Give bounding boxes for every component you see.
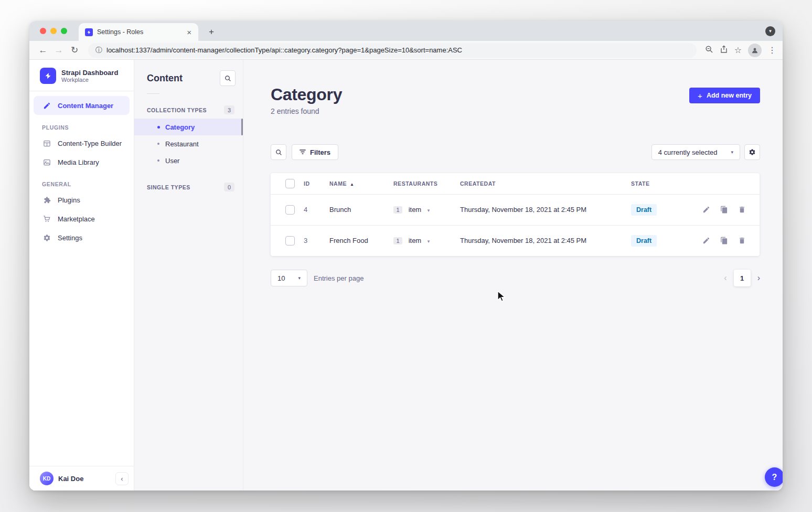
relation-count-badge: 1 <box>393 206 402 214</box>
subnav-item-user[interactable]: User <box>134 152 243 169</box>
sidebar-item-media-library[interactable]: Media Library <box>34 153 130 172</box>
caret-down-icon[interactable]: ▾ <box>428 208 430 213</box>
subnav-search-button[interactable] <box>220 70 236 86</box>
pen-icon <box>42 102 51 110</box>
zoom-window-button[interactable] <box>61 28 67 34</box>
sidebar-item-content-type-builder[interactable]: Content-Type Builder <box>34 134 130 153</box>
tab-close-icon[interactable]: × <box>185 28 193 37</box>
sidebar-item-plugins[interactable]: Plugins <box>34 190 130 209</box>
close-window-button[interactable] <box>40 28 46 34</box>
cell-createdat: Thursday, November 18, 2021 at 2:45 PM <box>460 194 631 225</box>
sidebar-item-settings[interactable]: Settings <box>34 228 130 247</box>
browser-tab[interactable]: Settings - Roles × <box>79 23 198 41</box>
next-page-icon[interactable]: › <box>757 273 760 283</box>
avatar: KD <box>40 472 54 485</box>
edit-icon[interactable] <box>702 237 710 244</box>
cell-restaurants[interactable]: 1 item ▾ <box>393 225 460 256</box>
cell-name: French Food <box>329 225 393 256</box>
table-row[interactable]: 3 French Food 1 item ▾ Thursday, Novembe… <box>271 225 760 256</box>
column-header-createdat[interactable]: CREATEDAT <box>460 173 631 194</box>
table-row[interactable]: 4 Brunch 1 item ▾ Thursday, November 18,… <box>271 194 760 225</box>
pagination-bar: 10 ▾ Entries per page ‹ 1 › <box>271 270 760 286</box>
entries-per-page-label: Entries per page <box>314 274 364 282</box>
divider <box>29 91 134 91</box>
pager: ‹ 1 › <box>724 270 760 286</box>
browser-avatar-icon[interactable] <box>748 44 762 57</box>
traffic-lights <box>40 28 67 34</box>
page-title: Category <box>271 85 342 104</box>
subnav-item-category[interactable]: Category <box>134 119 243 135</box>
sidebar-item-label: Settings <box>58 234 82 242</box>
sidebar-item-label: Plugins <box>58 196 80 204</box>
filters-button[interactable]: Filters <box>292 144 338 160</box>
caret-down-icon[interactable]: ▾ <box>428 239 430 244</box>
cell-id: 3 <box>304 225 329 256</box>
site-info-icon[interactable]: ⓘ <box>95 46 102 55</box>
entries-found-text: 2 entries found <box>271 107 319 115</box>
minimize-window-button[interactable] <box>50 28 57 34</box>
user-row: KD Kai Doe ‹ <box>29 466 134 490</box>
new-tab-button[interactable]: + <box>206 27 217 37</box>
single-types-label: SINGLE TYPES <box>147 184 190 190</box>
strapi-favicon-icon <box>85 28 93 36</box>
bookmark-star-icon[interactable]: ☆ <box>734 45 742 55</box>
duplicate-icon[interactable] <box>720 237 728 244</box>
cell-createdat: Thursday, November 18, 2021 at 2:45 PM <box>460 225 631 256</box>
workspace-brand[interactable]: Strapi Dashboard Workplace <box>29 60 134 91</box>
picture-icon <box>42 158 51 166</box>
back-icon[interactable]: ← <box>36 45 50 56</box>
page-size-select[interactable]: 10 ▾ <box>271 270 307 286</box>
share-icon[interactable] <box>720 45 728 56</box>
subnav-item-restaurant[interactable]: Restaurant <box>134 135 243 152</box>
bullet-icon <box>157 159 159 162</box>
url-bar[interactable]: ⓘ localhost:1337/admin/content-manager/c… <box>88 43 697 58</box>
sort-asc-icon: ▲ <box>350 182 354 187</box>
add-new-entry-button[interactable]: + Add new entry <box>689 88 760 103</box>
column-header-id[interactable]: ID <box>304 173 329 194</box>
table-header-row: ID NAME▲ RESTAURANTS CREATEDAT STATE <box>271 173 760 194</box>
strapi-logo-icon <box>40 68 56 84</box>
search-button[interactable] <box>271 144 286 160</box>
url-text: localhost:1337/admin/content-manager/col… <box>106 46 462 54</box>
browser-window: Settings - Roles × + ▼ ← → ↻ ⓘ localhost… <box>29 21 783 490</box>
column-header-state[interactable]: STATE <box>631 173 694 194</box>
scrollbar-thumb[interactable] <box>241 119 243 135</box>
relation-count-badge: 1 <box>393 237 402 244</box>
page-number-button[interactable]: 1 <box>734 270 751 286</box>
cell-restaurants[interactable]: 1 item ▾ <box>393 194 460 225</box>
menu-dots-icon[interactable]: ⋮ <box>768 45 776 55</box>
caret-down-icon: ▾ <box>298 275 301 281</box>
plus-icon: + <box>698 91 702 100</box>
sidebar-item-label: Media Library <box>58 158 99 166</box>
zoom-icon[interactable] <box>705 45 713 56</box>
row-checkbox[interactable] <box>285 205 295 215</box>
edit-icon[interactable] <box>702 206 710 214</box>
strapi-app: Strapi Dashboard Workplace Content Manag… <box>29 60 783 490</box>
collection-types-count: 3 <box>224 105 234 114</box>
delete-icon[interactable] <box>738 206 746 214</box>
gear-icon <box>42 234 51 242</box>
delete-icon[interactable] <box>738 237 746 244</box>
row-checkbox[interactable] <box>285 236 295 246</box>
sidebar-item-content-manager[interactable]: Content Manager <box>34 96 130 115</box>
filter-icon <box>300 148 306 156</box>
table-controls: Filters 4 currently selected ▾ <box>271 144 760 160</box>
caret-down-icon: ▾ <box>731 150 733 155</box>
duplicate-icon[interactable] <box>720 206 728 214</box>
select-all-checkbox[interactable] <box>285 179 295 188</box>
table-settings-button[interactable] <box>744 144 760 160</box>
column-header-name[interactable]: NAME▲ <box>329 173 393 194</box>
content-subnav: Content COLLECTION TYPES 3 Category Rest… <box>134 60 243 490</box>
previous-page-icon[interactable]: ‹ <box>724 273 726 283</box>
browser-profile-icon[interactable]: ▼ <box>765 26 775 36</box>
field-selection-dropdown[interactable]: 4 currently selected ▾ <box>651 144 740 160</box>
help-button[interactable]: ? <box>765 467 783 487</box>
sidebar-item-marketplace[interactable]: Marketplace <box>34 209 130 228</box>
reload-icon[interactable]: ↻ <box>67 45 82 56</box>
forward-icon[interactable]: → <box>51 45 66 56</box>
user-name: Kai Doe <box>58 475 111 483</box>
bullet-icon <box>157 126 160 129</box>
collapse-sidebar-button[interactable]: ‹ <box>115 472 129 485</box>
column-header-restaurants[interactable]: RESTAURANTS <box>393 173 460 194</box>
cart-icon <box>42 215 51 223</box>
